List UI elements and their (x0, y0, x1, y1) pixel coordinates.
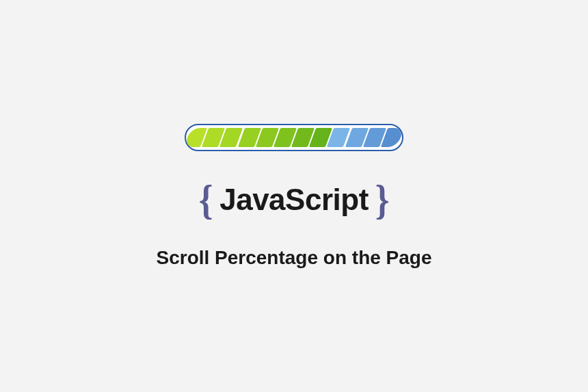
logo-text: JavaScript (219, 183, 369, 217)
progress-bar (185, 124, 403, 151)
brace-right-icon: } (375, 179, 390, 221)
javascript-logo: { JavaScript } (198, 179, 390, 221)
brace-left-icon: { (199, 179, 213, 221)
subtitle: Scroll Percentage on the Page (156, 247, 431, 269)
